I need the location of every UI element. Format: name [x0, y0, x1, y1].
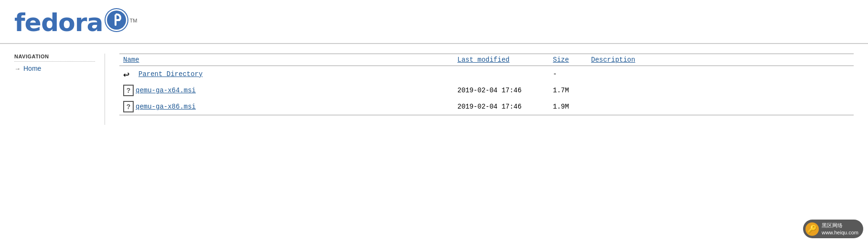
file-description: [587, 82, 854, 99]
table-row: qemu-ga-x64.msi2019-02-04 17:461.7M: [119, 82, 854, 99]
file-size: 1.9M: [549, 99, 587, 115]
file-modified: 2019-02-04 17:46: [454, 99, 549, 115]
table-row: qemu-ga-x86.msi2019-02-04 17:461.9M: [119, 99, 854, 115]
file-link[interactable]: qemu-ga-x64.msi: [136, 87, 196, 94]
col-header-name: Name: [119, 54, 454, 66]
col-name-link[interactable]: Name: [123, 56, 139, 64]
unknown-file-icon: [123, 101, 134, 112]
sidebar-item-home[interactable]: → Home: [14, 65, 95, 72]
sidebar-home-link[interactable]: Home: [23, 65, 41, 72]
file-name-cell: qemu-ga-x64.msi: [119, 82, 454, 99]
file-link[interactable]: qemu-ga-x86.msi: [136, 103, 196, 110]
file-link[interactable]: Parent Directory: [138, 70, 202, 78]
header: fedora TM: [0, 0, 868, 44]
file-size: -: [549, 66, 587, 83]
file-size: 1.7M: [549, 82, 587, 99]
file-description: [587, 99, 854, 115]
arrow-icon: →: [14, 65, 21, 72]
col-header-description: Description: [587, 54, 854, 66]
sidebar: NAVIGATION → Home: [0, 54, 105, 125]
col-header-size: Size: [549, 54, 587, 66]
file-name-cell: qemu-ga-x86.msi: [119, 99, 454, 115]
file-table: Name Last modified Size Description ↩Par…: [119, 54, 854, 115]
main-content: NAVIGATION → Home Name Last modified Siz…: [0, 44, 868, 125]
file-description: [587, 66, 854, 83]
sidebar-nav-label: NAVIGATION: [14, 54, 95, 62]
unknown-file-icon: [123, 85, 134, 96]
fedora-icon: [104, 8, 129, 33]
logo: fedora TM: [14, 8, 137, 37]
file-listing: Name Last modified Size Description ↩Par…: [105, 54, 868, 125]
file-modified: [454, 66, 549, 83]
col-size-link[interactable]: Size: [553, 56, 569, 64]
back-icon: ↩: [123, 68, 137, 80]
logo-tm: TM: [130, 18, 138, 23]
col-description-link[interactable]: Description: [591, 56, 635, 64]
file-name-cell: ↩Parent Directory: [119, 66, 454, 83]
table-row: ↩Parent Directory-: [119, 66, 854, 83]
col-header-modified: Last modified: [454, 54, 549, 66]
file-modified: 2019-02-04 17:46: [454, 82, 549, 99]
table-header-row: Name Last modified Size Description: [119, 54, 854, 66]
col-modified-link[interactable]: Last modified: [457, 56, 509, 64]
logo-text: fedora: [14, 10, 103, 35]
